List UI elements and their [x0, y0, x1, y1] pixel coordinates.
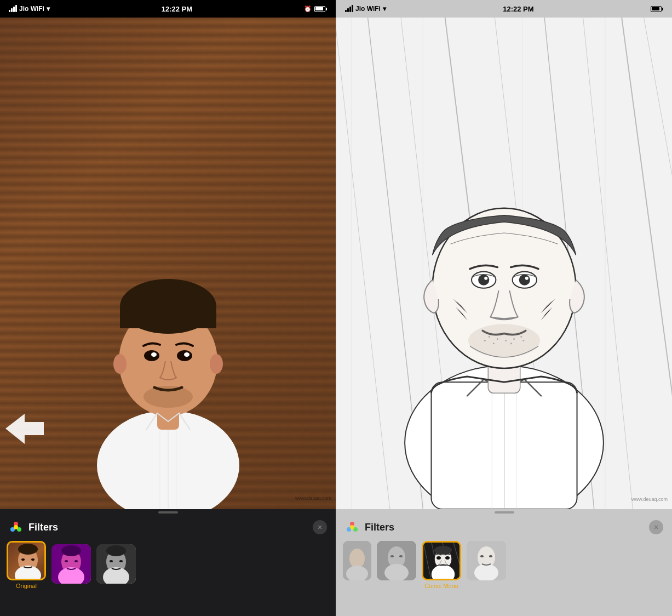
svg-point-13 — [143, 386, 193, 408]
filter-label-r2: . — [395, 583, 397, 589]
filter-thumb-r2 — [377, 541, 416, 580]
left-status-bar: Jio WiFi ▾ 12:22 PM ⏰ — [0, 0, 336, 18]
svg-point-67 — [525, 277, 529, 280]
svg-point-103 — [480, 555, 484, 557]
watermark-right: www.deuaq.com — [631, 497, 668, 502]
svg-point-97 — [434, 546, 452, 555]
right-status-bar: Jio WiFi ▾ 12:22 PM — [336, 0, 672, 18]
svg-point-34 — [74, 560, 78, 562]
right-phone-panel: Jio WiFi ▾ 12:22 PM — [336, 0, 672, 616]
filter-label-r1: . — [356, 583, 358, 589]
filter-thumb-r4 — [467, 541, 506, 580]
svg-point-70 — [497, 338, 498, 340]
svg-point-83 — [349, 549, 365, 568]
svg-point-65 — [519, 275, 530, 286]
svg-point-11 — [151, 352, 157, 357]
right-filter-header: Filters × — [336, 515, 672, 538]
person-sketch — [336, 18, 672, 509]
filter-thumb-mono — [96, 544, 136, 584]
comic-mono-photo — [336, 18, 672, 509]
right-wifi-icon: ▾ — [383, 5, 386, 13]
svg-point-104 — [489, 555, 492, 557]
left-filter-row: Original — [0, 538, 336, 596]
wifi-icon: ▾ — [47, 5, 50, 13]
svg-point-27 — [21, 558, 25, 561]
svg-point-64 — [478, 275, 489, 286]
arrow-left-icon — [5, 414, 44, 444]
left-status-left: Jio WiFi ▾ — [9, 5, 50, 13]
photos-app-icon — [9, 520, 23, 534]
svg-marker-16 — [5, 414, 44, 444]
right-photo-area — [336, 18, 672, 509]
filter-item-comic[interactable]: Comic Mono — [422, 541, 461, 589]
svg-point-81 — [350, 525, 354, 529]
filter-thumb-comic — [422, 541, 461, 580]
svg-rect-8 — [120, 306, 216, 328]
left-status-right: ⏰ — [304, 5, 327, 13]
svg-point-75 — [522, 340, 524, 341]
svg-point-15 — [210, 354, 223, 374]
left-time: 12:22 PM — [162, 5, 192, 13]
close-button[interactable]: × — [313, 520, 327, 534]
svg-point-74 — [484, 340, 486, 341]
svg-point-68 — [468, 324, 540, 357]
filter-thumb-original — [7, 541, 46, 580]
filter-item-vivid[interactable] — [51, 544, 91, 586]
svg-point-37 — [106, 545, 126, 556]
svg-point-96 — [431, 564, 455, 580]
filter-thumb-r1 — [343, 541, 371, 580]
drag-handle — [158, 511, 178, 514]
svg-point-31 — [61, 545, 81, 556]
svg-point-21 — [14, 525, 18, 529]
right-filters-title: Filters — [365, 522, 394, 533]
left-photo-area — [0, 18, 336, 509]
right-filter-row: . . — [336, 538, 672, 596]
filter-label-original: Original — [16, 583, 37, 589]
right-close-button[interactable]: × — [649, 520, 663, 534]
filter-label-r4: . — [485, 583, 487, 589]
svg-point-98 — [436, 556, 441, 560]
left-filter-header: Filters × — [0, 515, 336, 538]
filter-item-r1[interactable]: . — [343, 541, 371, 589]
svg-point-76 — [493, 343, 495, 344]
svg-point-77 — [510, 343, 512, 344]
svg-point-99 — [445, 556, 450, 560]
right-drag-handle — [495, 511, 514, 514]
filter-item-mono[interactable] — [96, 544, 136, 586]
right-carrier-label: Jio WiFi — [355, 5, 381, 13]
filter-item-original[interactable]: Original — [7, 541, 46, 589]
svg-point-89 — [399, 555, 403, 557]
watermark-left: www.deuaq.com — [295, 495, 331, 501]
right-filter-bar: Filters × . — [336, 509, 672, 616]
filters-title: Filters — [28, 522, 58, 533]
right-battery-icon — [651, 6, 663, 12]
right-time: 12:22 PM — [503, 5, 533, 13]
filter-thumb-vivid — [51, 544, 91, 584]
original-photo — [0, 18, 336, 509]
filter-label-comic: Comic Mono — [424, 583, 458, 589]
svg-point-14 — [113, 354, 127, 374]
svg-point-39 — [110, 560, 113, 562]
left-arrow — [5, 414, 44, 446]
svg-point-40 — [119, 560, 123, 562]
filter-header-left: Filters — [9, 520, 58, 534]
right-status-left: Jio WiFi ▾ — [345, 5, 386, 13]
svg-point-66 — [484, 277, 487, 280]
svg-point-12 — [184, 352, 189, 357]
svg-point-88 — [390, 555, 394, 557]
signal-icon — [9, 5, 17, 12]
filter-item-r2[interactable]: . — [377, 541, 416, 589]
filter-item-r4[interactable]: . — [467, 541, 506, 589]
right-close-icon: × — [654, 523, 658, 532]
left-phone-panel: Jio WiFi ▾ 12:22 PM ⏰ — [0, 0, 336, 616]
person-silhouette-left — [75, 158, 261, 509]
left-filter-bar: Filters × — [0, 509, 336, 616]
svg-point-69 — [489, 336, 490, 338]
right-signal-icon — [345, 5, 353, 12]
right-status-right — [651, 6, 663, 12]
carrier-label: Jio WiFi — [19, 5, 44, 13]
svg-point-72 — [513, 338, 515, 340]
close-icon: × — [318, 523, 322, 532]
svg-point-28 — [31, 558, 35, 561]
svg-point-33 — [65, 560, 68, 562]
